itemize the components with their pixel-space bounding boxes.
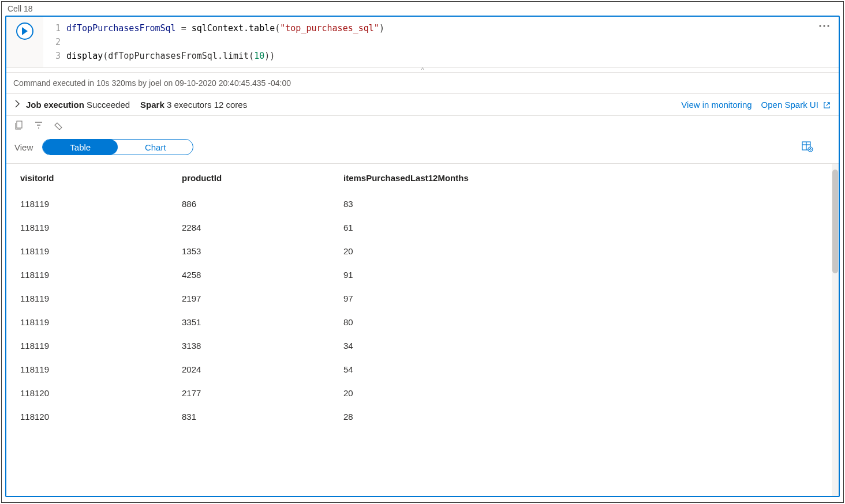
table-cell: 97 (338, 287, 831, 310)
col-header[interactable]: itemsPurchasedLast12Months (338, 164, 831, 192)
table-cell: 118119 (14, 216, 176, 239)
scrollbar-thumb[interactable] (832, 170, 838, 273)
table-cell: 118119 (14, 334, 176, 358)
job-exec-label: Job execution (26, 100, 84, 110)
job-exec-status: Succeeded (87, 100, 130, 110)
table-cell: 118119 (14, 239, 176, 263)
table-row[interactable]: 11811988683 (14, 192, 831, 216)
table-cell: 2177 (176, 381, 338, 405)
code-editor[interactable]: dfTopPurchasesFromSql = sqlContext.table… (66, 17, 810, 67)
table-cell: 20 (338, 381, 831, 405)
table-row[interactable]: 118119425891 (14, 263, 831, 287)
table-row[interactable]: 118119335180 (14, 310, 831, 334)
copy-icon[interactable] (14, 121, 24, 132)
table-header-row: visitorId productId itemsPurchasedLast12… (14, 164, 831, 192)
expand-button[interactable] (14, 100, 20, 110)
svg-rect-3 (17, 121, 22, 128)
table-cell: 80 (338, 310, 831, 334)
table-cell: 34 (338, 334, 831, 358)
cell-menu-button[interactable] (810, 17, 839, 67)
table-cell: 20 (338, 239, 831, 263)
settings-table-icon (802, 141, 813, 152)
col-header[interactable]: visitorId (14, 164, 176, 192)
tab-chart[interactable]: Chart (118, 140, 193, 155)
table-cell: 831 (176, 405, 338, 428)
notebook-cell-container: Cell 18 1 2 3 dfTopPurchasesFromSql = sq… (1, 1, 844, 503)
execution-status: Command executed in 10s 320ms by joel on… (6, 73, 839, 94)
table-row[interactable]: 118120217720 (14, 381, 831, 405)
table-cell: 2197 (176, 287, 338, 310)
job-execution-row: Job execution Succeeded Spark 3 executor… (6, 94, 839, 116)
col-header[interactable]: productId (176, 164, 338, 192)
results-table: visitorId productId itemsPurchasedLast12… (14, 164, 831, 428)
table-cell: 61 (338, 216, 831, 239)
table-cell: 118120 (14, 381, 176, 405)
spark-label: Spark (140, 100, 164, 110)
svg-point-1 (823, 25, 825, 27)
spark-detail: 3 executors 12 cores (167, 100, 247, 110)
output-toolbar (6, 116, 839, 132)
view-toggle-row: View Table Chart (6, 132, 839, 164)
table-cell: 118119 (14, 192, 176, 216)
external-link-icon (823, 101, 831, 109)
open-spark-ui-link[interactable]: Open Spark UI (761, 100, 831, 110)
table-cell: 118119 (14, 287, 176, 310)
line-gutter: 1 2 3 (43, 17, 66, 67)
table-cell: 83 (338, 192, 831, 216)
table-cell: 118120 (14, 405, 176, 428)
table-options-button[interactable] (802, 141, 813, 154)
svg-point-0 (819, 25, 821, 27)
clear-icon[interactable] (54, 121, 63, 132)
table-cell: 2284 (176, 216, 338, 239)
table-row[interactable]: 11812083128 (14, 405, 831, 428)
line-number: 3 (43, 49, 61, 63)
run-button[interactable] (16, 22, 33, 40)
table-cell: 118119 (14, 263, 176, 287)
run-column (6, 17, 43, 67)
table-row[interactable]: 118119219797 (14, 287, 831, 310)
table-row[interactable]: 118119202454 (14, 358, 831, 381)
filter-icon[interactable] (34, 121, 43, 132)
view-monitoring-link[interactable]: View in monitoring (681, 100, 751, 110)
table-cell: 2024 (176, 358, 338, 381)
line-number: 1 (43, 21, 61, 35)
play-icon (21, 27, 28, 35)
table-cell: 118119 (14, 310, 176, 334)
view-toggle: Table Chart (42, 139, 193, 155)
table-row[interactable]: 118119313834 (14, 334, 831, 358)
chevron-right-icon (14, 100, 20, 108)
table-cell: 91 (338, 263, 831, 287)
vertical-scrollbar[interactable] (832, 164, 839, 496)
code-row: 1 2 3 dfTopPurchasesFromSql = sqlContext… (6, 17, 839, 68)
tab-table[interactable]: Table (43, 140, 118, 155)
table-cell: 3351 (176, 310, 338, 334)
table-cell: 118119 (14, 358, 176, 381)
cell-label: Cell 18 (2, 2, 843, 16)
svg-point-2 (827, 25, 829, 27)
view-label: View (14, 142, 33, 152)
table-wrap: visitorId productId itemsPurchasedLast12… (6, 164, 839, 496)
table-cell: 886 (176, 192, 338, 216)
table-cell: 1353 (176, 239, 338, 263)
table-row[interactable]: 118119228461 (14, 216, 831, 239)
table-cell: 54 (338, 358, 831, 381)
cell: 1 2 3 dfTopPurchasesFromSql = sqlContext… (5, 16, 840, 497)
table-cell: 3138 (176, 334, 338, 358)
table-row[interactable]: 118119135320 (14, 239, 831, 263)
more-icon (819, 25, 829, 27)
svg-point-7 (808, 147, 813, 152)
table-cell: 28 (338, 405, 831, 428)
resize-handle[interactable]: ^ (6, 68, 839, 73)
table-cell: 4258 (176, 263, 338, 287)
line-number: 2 (43, 35, 61, 49)
